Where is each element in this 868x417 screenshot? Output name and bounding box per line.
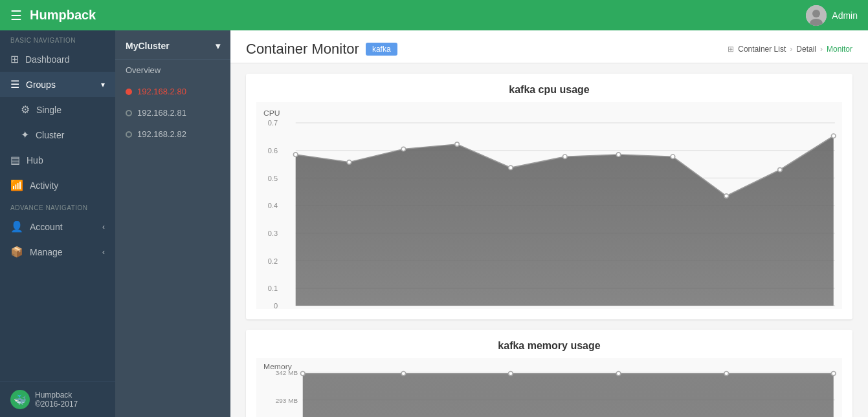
breadcrumb-monitor: Monitor bbox=[827, 45, 852, 54]
sub-sidebar-overview[interactable]: Overview bbox=[115, 59, 230, 81]
basic-nav-label: BASIC NAVIGATION bbox=[0, 30, 115, 47]
sidebar-item-label: Cluster bbox=[36, 130, 64, 140]
svg-text:0.2: 0.2 bbox=[268, 257, 278, 265]
admin-label: Admin bbox=[832, 10, 858, 21]
footer-logo: 🐳 bbox=[10, 390, 30, 409]
svg-point-27 bbox=[562, 155, 567, 158]
sub-sidebar: MyCluster ▾ Overview 192.168.2.80 192.16… bbox=[115, 30, 230, 417]
sub-sidebar-header[interactable]: MyCluster ▾ bbox=[115, 33, 230, 59]
cluster-name: MyCluster bbox=[126, 41, 170, 51]
breadcrumb: ⊞ Container List › Detail › Monitor bbox=[728, 45, 852, 54]
sidebar-item-single[interactable]: ⚙ Single bbox=[0, 97, 115, 122]
svg-marker-52 bbox=[303, 374, 834, 417]
sidebar-item-manage[interactable]: 📦 Manage ‹ bbox=[0, 239, 115, 264]
sidebar-item-hub[interactable]: ▤ Hub bbox=[0, 147, 115, 173]
groups-icon: ☰ bbox=[10, 78, 19, 91]
svg-point-30 bbox=[724, 194, 729, 198]
svg-text:0: 0 bbox=[274, 302, 278, 309]
svg-text:0.5: 0.5 bbox=[268, 175, 278, 182]
svg-text:0.3: 0.3 bbox=[268, 230, 278, 237]
svg-point-22 bbox=[293, 153, 298, 156]
sidebar-item-label: Groups bbox=[26, 80, 56, 90]
sidebar-item-groups[interactable]: ☰ Groups ▾ bbox=[0, 72, 115, 97]
sidebar-item-label: Dashboard bbox=[25, 54, 70, 65]
ip1-label: 192.168.2.80 bbox=[137, 87, 186, 96]
ip3-label: 192.168.2.82 bbox=[137, 129, 186, 139]
account-icon: 👤 bbox=[10, 220, 23, 233]
sidebar-item-label: Hub bbox=[27, 155, 43, 166]
status-dot-active bbox=[126, 89, 132, 95]
svg-point-29 bbox=[671, 155, 675, 158]
sidebar-item-activity[interactable]: 📶 Activity bbox=[0, 173, 115, 198]
cpu-chart-title: kafka cpu usage bbox=[256, 84, 842, 96]
memory-chart-title: kafka memory usage bbox=[256, 340, 842, 352]
status-dot bbox=[126, 110, 132, 116]
overview-label: Overview bbox=[126, 65, 161, 75]
content-area: Container Monitor kafka ⊞ Container List… bbox=[230, 30, 868, 417]
svg-point-55 bbox=[509, 371, 513, 375]
chevron-down-icon: ▾ bbox=[216, 41, 220, 51]
svg-text:CPU: CPU bbox=[263, 109, 280, 118]
single-icon: ⚙ bbox=[21, 103, 30, 116]
svg-text:0.4: 0.4 bbox=[268, 202, 278, 209]
svg-point-24 bbox=[401, 147, 406, 151]
breadcrumb-sep1: › bbox=[790, 45, 792, 54]
sidebar-item-label: Activity bbox=[30, 180, 58, 191]
sidebar: BASIC NAVIGATION ⊞ Dashboard ☰ Groups ▾ … bbox=[0, 30, 115, 417]
svg-point-1 bbox=[812, 10, 820, 17]
svg-text:342 MB: 342 MB bbox=[276, 369, 298, 376]
advance-nav-label: ADVANCE NAVIGATION bbox=[0, 198, 115, 214]
hub-icon: ▤ bbox=[10, 154, 20, 166]
cluster-icon: ✦ bbox=[21, 129, 29, 141]
svg-point-57 bbox=[724, 371, 729, 375]
page-title: Container Monitor bbox=[246, 41, 359, 58]
svg-point-31 bbox=[778, 167, 783, 171]
svg-text:0.1: 0.1 bbox=[268, 284, 278, 292]
sidebar-footer: 🐳 Humpback ©2016-2017 bbox=[0, 381, 115, 417]
breadcrumb-sep2: › bbox=[820, 45, 823, 54]
svg-point-58 bbox=[831, 371, 836, 375]
app-title: Humpback bbox=[30, 8, 96, 23]
kafka-badge: kafka bbox=[366, 43, 397, 56]
sidebar-item-cluster[interactable]: ✦ Cluster bbox=[0, 122, 115, 147]
grid-icon: ⊞ bbox=[728, 45, 734, 54]
svg-point-53 bbox=[300, 371, 305, 375]
sub-sidebar-ip1[interactable]: 192.168.2.80 bbox=[115, 81, 230, 102]
sidebar-item-label: Single bbox=[36, 105, 61, 115]
cpu-chart-block: kafka cpu usage CPU 0.7 0.6 bbox=[246, 74, 852, 319]
topbar-right: Admin bbox=[806, 5, 858, 26]
sub-sidebar-ip3[interactable]: 192.168.2.82 bbox=[115, 123, 230, 145]
svg-point-56 bbox=[616, 371, 621, 375]
svg-point-26 bbox=[509, 166, 513, 169]
manage-icon: 📦 bbox=[10, 246, 23, 258]
breadcrumb-detail[interactable]: Detail bbox=[796, 45, 816, 54]
chevron-down-icon: ▾ bbox=[101, 80, 105, 89]
footer-name: Humpback bbox=[35, 390, 78, 400]
avatar bbox=[806, 5, 827, 26]
chevron-left-icon: ‹ bbox=[102, 222, 105, 231]
sidebar-item-account[interactable]: 👤 Account ‹ bbox=[0, 214, 115, 239]
svg-text:0.6: 0.6 bbox=[268, 147, 278, 155]
footer-copyright: ©2016-2017 bbox=[35, 400, 78, 409]
status-dot bbox=[126, 131, 132, 138]
cpu-chart-container: CPU 0.7 0.6 0.5 0.4 0.3 bbox=[256, 102, 842, 309]
charts-area: kafka cpu usage CPU 0.7 0.6 bbox=[230, 63, 868, 417]
sidebar-item-dashboard[interactable]: ⊞ Dashboard bbox=[0, 47, 115, 72]
dashboard-icon: ⊞ bbox=[10, 53, 19, 65]
sidebar-item-label: Manage bbox=[30, 247, 63, 257]
sub-sidebar-ip2[interactable]: 192.168.2.81 bbox=[115, 102, 230, 123]
breadcrumb-container-list[interactable]: Container List bbox=[738, 45, 786, 54]
svg-point-32 bbox=[831, 134, 836, 138]
svg-point-23 bbox=[347, 160, 351, 164]
sidebar-item-label: Account bbox=[30, 222, 63, 232]
chevron-left-icon: ‹ bbox=[102, 248, 105, 257]
svg-point-28 bbox=[616, 153, 621, 156]
ip2-label: 192.168.2.81 bbox=[137, 108, 186, 118]
svg-point-25 bbox=[455, 142, 460, 146]
svg-point-54 bbox=[401, 371, 406, 375]
content-header: Container Monitor kafka ⊞ Container List… bbox=[230, 30, 868, 63]
memory-chart-container: Memory 342 MB 293 MB 244 MB bbox=[256, 358, 842, 417]
svg-text:0.7: 0.7 bbox=[268, 119, 278, 127]
topbar: ☰ Humpback Admin bbox=[0, 0, 868, 30]
hamburger-icon[interactable]: ☰ bbox=[10, 8, 22, 23]
